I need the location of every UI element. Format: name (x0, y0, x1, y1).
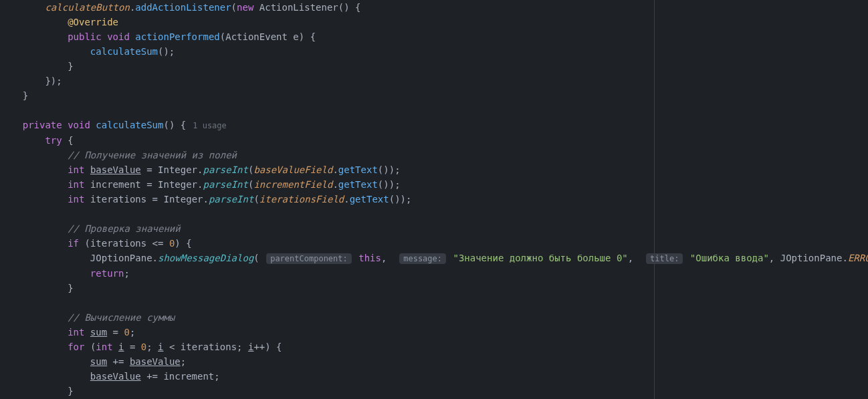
keyword: int (68, 327, 84, 338)
class-ref: ActionListener (259, 2, 338, 13)
code-line: sum += baseValue; (0, 354, 868, 369)
code-line: baseValue += increment; (0, 369, 868, 384)
keyword: for (68, 342, 84, 352)
code-line: private void calculateSum() {1 usage (0, 118, 868, 133)
code-line: calculateSum(); (0, 44, 868, 59)
keyword: if (68, 238, 79, 249)
keyword: this (358, 253, 381, 263)
code-line (0, 207, 868, 221)
keyword: try (45, 135, 62, 146)
var-ref: i (158, 342, 163, 352)
field-ref: incrementField (253, 179, 332, 190)
method-call: addActionListener (135, 2, 231, 13)
usage-hint[interactable]: 1 usage (193, 121, 227, 130)
method-call: getText (338, 164, 378, 175)
keyword: public (68, 31, 102, 42)
code-line: for (int i = 0; i < iterations; i++) { (0, 340, 868, 354)
method-decl: calculateSum (96, 120, 163, 130)
inline-hint: title: (646, 253, 683, 264)
code-line: @Override (0, 15, 868, 29)
code-line: JOptionPane.showMessageDialog( parentCom… (0, 251, 868, 266)
number: 0 (124, 327, 129, 338)
static-method: parseInt (209, 194, 253, 205)
class-ref: Integer (163, 194, 203, 205)
keyword: int (68, 164, 84, 175)
comment: // Проверка значений (68, 223, 181, 234)
keyword: return (90, 268, 124, 279)
field-ref: baseValueField (253, 164, 332, 175)
inline-hint: parentComponent: (266, 253, 352, 264)
static-method: showMessageDialog (158, 253, 253, 263)
method-call: getText (338, 179, 378, 190)
var-decl: increment (90, 179, 141, 190)
method-decl: actionPerformed (135, 31, 219, 42)
class-ref: ActionEvent (225, 31, 288, 42)
constant: ERROR_MESSAGE (848, 253, 868, 263)
var-decl: iterations (90, 194, 146, 205)
code-line: // Вычисление суммы (0, 310, 868, 325)
code-line: } (0, 384, 868, 398)
var-ref: iterations (90, 238, 146, 249)
var-ref: iterations (181, 342, 237, 352)
var-ref: increment (163, 371, 214, 382)
code-line: public void actionPerformed(ActionEvent … (0, 29, 868, 44)
comment: // Вычисление суммы (68, 312, 175, 323)
static-method: parseInt (203, 164, 248, 175)
keyword: void (107, 31, 130, 42)
code-line: // Проверка значений (0, 221, 868, 236)
code-line: int baseValue = Integer.parseInt(baseVal… (0, 162, 868, 177)
keyword: new (237, 2, 253, 13)
comment: // Получение значений из полей (68, 150, 237, 160)
field-ref: calculateButton (45, 2, 129, 13)
class-ref: Integer (158, 164, 197, 175)
code-editor[interactable]: calculateButton.addActionListener(new Ac… (0, 0, 868, 398)
method-call: calculateSum (90, 46, 158, 57)
keyword: int (96, 342, 112, 352)
var-ref: baseValue (90, 371, 141, 382)
var-ref: sum (90, 356, 107, 367)
code-line: } (0, 59, 868, 74)
inline-hint: message: (399, 253, 446, 264)
var-ref: baseValue (130, 356, 181, 367)
code-line: } (0, 281, 868, 295)
class-ref: JOptionPane (90, 253, 152, 263)
param: e (293, 31, 298, 42)
var-decl: baseValue (90, 164, 141, 175)
keyword: void (68, 120, 90, 130)
string: "Ошибка ввода" (690, 253, 769, 263)
code-line: int iterations = Integer.parseInt(iterat… (0, 192, 868, 207)
field-ref: iterationsField (259, 194, 344, 205)
keyword: private (23, 120, 62, 130)
keyword: int (68, 194, 84, 205)
static-method: parseInt (203, 179, 248, 190)
code-line: calculateButton.addActionListener(new Ac… (0, 0, 868, 15)
code-line: try { (0, 133, 868, 148)
code-line: }); (0, 74, 868, 88)
code-line (0, 103, 868, 118)
code-line: } (0, 88, 868, 103)
code-line: int increment = Integer.parseInt(increme… (0, 177, 868, 192)
class-ref: Integer (158, 179, 197, 190)
annotation: @Override (68, 17, 118, 27)
method-call: getText (350, 194, 389, 205)
code-line: return; (0, 266, 868, 281)
var-decl: sum (90, 327, 107, 338)
number: 0 (141, 342, 146, 352)
code-line: int sum = 0; (0, 325, 868, 340)
class-ref: JOptionPane (780, 253, 843, 263)
code-line (0, 295, 868, 310)
code-line: // Получение значений из полей (0, 148, 868, 162)
code-line: if (iterations <= 0) { (0, 236, 868, 251)
keyword: int (68, 179, 84, 190)
string: "Значение должно быть больше 0" (453, 253, 627, 263)
